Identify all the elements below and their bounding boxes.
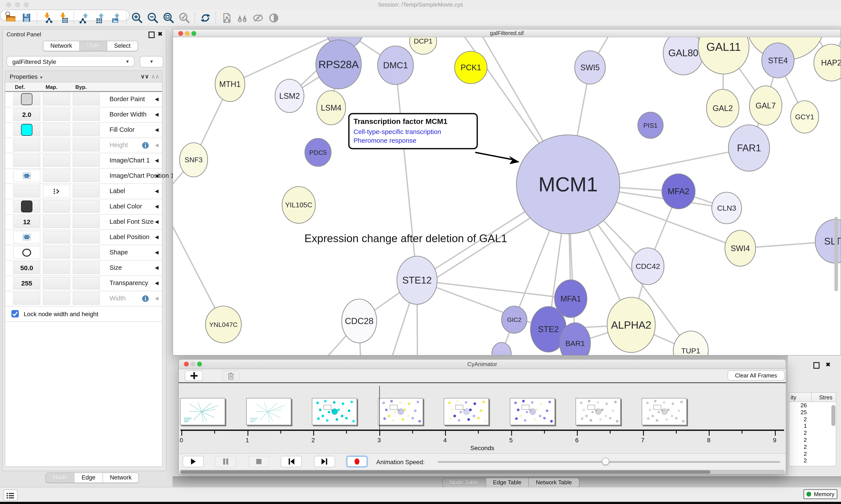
default-value-cell[interactable] [13, 185, 40, 197]
bypass-cell[interactable] [73, 231, 100, 244]
close-panel-icon[interactable]: ✖ [826, 362, 830, 367]
bypass-cell[interactable] [73, 154, 100, 167]
previous-frame-button[interactable] [281, 456, 302, 467]
bypass-cell[interactable] [73, 169, 100, 182]
property-row-label-position[interactable]: Label Position◀ [5, 230, 162, 245]
property-row-image-chart-position-1[interactable]: Image/Chart Position 1◀ [5, 168, 162, 184]
property-row-label[interactable]: Label◀ [5, 184, 162, 199]
expand-row-icon[interactable]: ◀ [155, 96, 159, 102]
frame-thumbnail-6[interactable] [576, 398, 621, 425]
add-frame-button[interactable] [185, 371, 203, 381]
network-node-smallclip[interactable] [492, 342, 511, 355]
default-value-cell[interactable]: 255 [13, 277, 40, 289]
expand-row-icon[interactable]: ◀ [155, 204, 159, 209]
default-value-cell[interactable] [13, 139, 40, 151]
chevron-down-icon[interactable]: ▼ [39, 75, 43, 80]
property-row-height[interactable]: Height◀ [5, 138, 162, 153]
memory-button[interactable]: Memory [803, 489, 838, 499]
panel-list-button[interactable] [3, 489, 18, 501]
default-value-cell[interactable] [13, 124, 40, 136]
import-table-button[interactable] [57, 12, 70, 24]
tab-edge[interactable]: Edge [75, 473, 103, 483]
timeline-scrollbar[interactable] [180, 470, 785, 474]
maximize-window-icon[interactable] [192, 31, 196, 36]
default-value-cell[interactable] [13, 292, 40, 305]
network-edge[interactable] [395, 65, 417, 280]
default-value-cell[interactable] [13, 231, 40, 244]
style-selector[interactable]: galFiltered Style ▼ [6, 56, 135, 67]
expand-row-icon[interactable]: ◀ [155, 250, 159, 255]
expand-all-icon[interactable]: ∨∨ [141, 73, 149, 80]
table-cell-value[interactable]: 25 [789, 409, 836, 416]
style-options-button[interactable]: ▼ [140, 56, 163, 68]
record-button[interactable] [346, 456, 368, 467]
default-value-cell[interactable] [13, 200, 40, 213]
table-cell-value[interactable]: 1 [789, 423, 836, 430]
bypass-cell[interactable] [73, 200, 100, 213]
bypass-cell[interactable] [73, 262, 100, 274]
property-row-transparency[interactable]: 255Transparency◀ [5, 276, 162, 291]
close-window-icon[interactable] [178, 31, 183, 36]
hide-eye-button[interactable] [251, 12, 265, 24]
frame-thumbnail-5[interactable] [509, 398, 555, 425]
default-value-cell[interactable] [13, 169, 40, 182]
bypass-cell[interactable] [73, 93, 100, 106]
frame-thumbnail-1[interactable] [246, 398, 291, 425]
expand-row-icon[interactable]: ◀ [155, 188, 159, 194]
mapping-cell[interactable] [43, 231, 70, 244]
annotation-link-1[interactable]: Cell-type-specific transcription [354, 127, 472, 136]
bypass-cell[interactable] [73, 246, 100, 259]
minimize-window-icon[interactable] [191, 362, 195, 366]
table-cell-value[interactable]: 2 [789, 457, 836, 464]
float-panel-icon[interactable] [148, 32, 155, 38]
tab-network[interactable]: Network [43, 41, 79, 51]
mapping-cell[interactable] [43, 262, 70, 274]
table-body[interactable]: 26252122222 [789, 402, 836, 466]
bypass-cell[interactable] [73, 185, 100, 197]
tab-style[interactable]: Style [79, 41, 107, 51]
show-eye-button[interactable] [267, 12, 280, 24]
collapse-all-icon[interactable]: ∧∧ [151, 73, 159, 80]
refresh-view-button[interactable] [199, 12, 212, 24]
network-canvas[interactable]: DCP1RPS28ADMC1PCK1SWI5GAL80GAL11STE4HAP2… [173, 37, 841, 355]
network-vertical-scrollbar[interactable] [835, 217, 838, 291]
tab-select[interactable]: Select [107, 41, 138, 51]
play-button[interactable] [183, 456, 204, 467]
export-table-button[interactable] [94, 12, 107, 24]
maximize-window-icon[interactable] [24, 2, 29, 7]
table-cell-value[interactable]: 2 [789, 444, 836, 451]
import-network-button[interactable] [41, 12, 54, 24]
frame-thumbnail-2[interactable] [312, 398, 357, 425]
export-image-button[interactable] [109, 12, 123, 24]
mapping-cell[interactable] [43, 215, 70, 228]
mapping-cell[interactable] [43, 124, 70, 136]
expand-row-icon[interactable]: ◀ [155, 295, 159, 301]
default-value-cell[interactable]: 50.0 [13, 262, 40, 274]
property-row-label-color[interactable]: Label Color◀ [5, 199, 162, 215]
tab-network-bottom[interactable]: Network [103, 473, 139, 483]
tab-network-table[interactable]: Network Table [529, 478, 579, 487]
bypass-cell[interactable] [73, 124, 100, 136]
mapping-cell[interactable] [43, 277, 70, 289]
default-value-cell[interactable] [13, 93, 40, 106]
property-row-shape[interactable]: Shape◀ [5, 245, 162, 260]
minimize-window-icon[interactable] [15, 2, 20, 7]
property-row-border-width[interactable]: 2.0Border Width◀ [5, 107, 162, 123]
mapping-cell[interactable] [43, 292, 70, 305]
expand-row-icon[interactable]: ◀ [155, 112, 159, 118]
open-session-button[interactable] [4, 12, 18, 24]
zoom-selected-button[interactable] [178, 12, 191, 24]
default-value-cell[interactable] [13, 246, 40, 259]
frame-thumbnail-7[interactable] [642, 398, 686, 425]
close-window-icon[interactable] [6, 2, 12, 7]
binoculars-button[interactable] [236, 12, 249, 24]
timeline-scrollbar-thumb[interactable] [180, 470, 711, 474]
bypass-cell[interactable] [73, 108, 100, 121]
tab-node[interactable]: Node [46, 473, 75, 483]
bypass-cell[interactable] [73, 277, 100, 289]
frame-thumbnail-3[interactable] [378, 398, 423, 425]
zoom-in-button[interactable] [130, 12, 144, 24]
mapping-cell[interactable] [43, 200, 70, 213]
mapping-cell[interactable] [43, 108, 70, 121]
default-value-cell[interactable]: 12 [13, 215, 40, 228]
